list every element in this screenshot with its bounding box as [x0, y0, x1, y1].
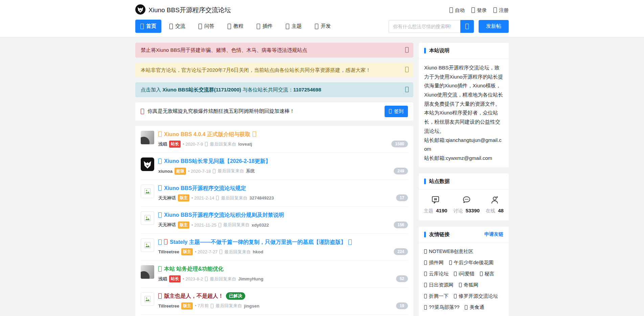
friend-link[interactable]: 折腾一下: [424, 293, 448, 299]
friend-link[interactable]: 云库论坛: [424, 271, 448, 277]
search-input[interactable]: [389, 20, 460, 33]
about-line: 本站为Xiuno程序爱好者，众位站长，粉丝朋友共同建设的公益性交流论坛。: [424, 108, 503, 135]
thread-title-link[interactable]: Stately 主题——不做千篇一律的复制，只做万里挑一的基底【谨防盗版】: [170, 238, 346, 246]
top-link-login[interactable]: 登录: [472, 7, 487, 14]
thread-type-icon: [158, 131, 162, 137]
thread-author[interactable]: 天无神话: [158, 195, 176, 201]
friend-links-card: 友情链接 申请友链 NOTEWEB创意社区插件网午后少年de後花園云库论坛i问爱…: [419, 227, 509, 316]
user-role-badge: 版主: [178, 194, 189, 202]
xiuno-logo-avatar[interactable]: [141, 157, 154, 171]
thread-avatar[interactable]: [141, 238, 154, 252]
close-icon[interactable]: [405, 47, 409, 54]
friend-link[interactable]: ??菜鸟部落??: [424, 304, 459, 311]
tutorial-icon: [228, 24, 231, 29]
online-icon: [486, 195, 504, 205]
nav-tab-theme[interactable]: 主题: [281, 20, 307, 33]
friend-link[interactable]: 日出资源网: [424, 282, 454, 288]
site-title: Xiuno BBS开源程序交流论坛: [148, 6, 231, 15]
signin-button[interactable]: 签到: [385, 106, 408, 117]
friend-link[interactable]: 秘言: [480, 271, 495, 277]
stat-value: 53390: [465, 208, 480, 213]
thread-title-link[interactable]: Xiuno BBS开源程序交流论坛积分规则及封禁说明: [164, 211, 284, 219]
nav-tab-dev[interactable]: 开发: [310, 20, 336, 33]
thread-title-link[interactable]: Xiuno BBS开源程序交流论坛规定: [164, 185, 246, 192]
thread-author[interactable]: 天无神话: [158, 222, 176, 228]
thread-title: Stately 主题——不做千篇一律的复制，只做万里挑一的基底【谨防盗版】: [158, 238, 352, 246]
thread-row[interactable]: Xiuno BBS站长常见问题【2026-2-18更新】xiunoa超版• 20…: [141, 153, 408, 180]
clock-icon: [218, 223, 221, 227]
search-button[interactable]: [460, 20, 474, 33]
alert-danger: 禁止将Xiuno BBS用于搭建诈骗、赌博、色情、木马、病毒等违法违规站点: [135, 43, 413, 58]
alert-info: 点击加入 Xiuno BBS站长交流群(1171/2000) 与各位站长共同交流…: [135, 82, 413, 97]
last-replier[interactable]: hkod: [253, 249, 263, 254]
theme-icon: [286, 24, 289, 29]
thread-author[interactable]: 浅唱: [158, 276, 167, 282]
nav-tab-tutorial[interactable]: 教程: [223, 20, 249, 33]
thread-meta: 天无神话版主• 2021-11-25最后回复来自xdy0322: [158, 222, 284, 229]
thread-avatar[interactable]: [141, 185, 154, 198]
about-line: Xiuno BBS开源程序交流论坛，致力于为使用Xiuno开源程序的站长提供海量…: [424, 63, 503, 108]
thread-avatar[interactable]: [141, 265, 154, 279]
nav-tab-home[interactable]: 首页: [135, 20, 161, 33]
thread-meta: xiunoa超版• 2020-7-18最后回复来自系统: [158, 168, 271, 175]
friend-link[interactable]: 修罗开源交流论坛: [454, 293, 498, 299]
plugin-icon: [257, 24, 260, 29]
thread-title-link[interactable]: Xiuno BBS 4.0.4 正式版介绍与获取: [164, 131, 250, 138]
reply-count-badge: 17: [396, 194, 408, 201]
thread-author[interactable]: Tillreetree: [158, 249, 179, 254]
thread-author[interactable]: xiunoa: [158, 169, 172, 174]
thread-title-link[interactable]: 本站 站务处理&功能优化: [164, 265, 224, 273]
friend-link[interactable]: 午后少年de後花園: [449, 259, 494, 266]
thread-row[interactable]: Stately 主题——不做千篇一律的复制，只做万里挑一的基底【谨防盗版】Til…: [141, 234, 408, 261]
friend-link[interactable]: 美食通: [465, 304, 484, 311]
last-replier[interactable]: 3274849223: [249, 195, 274, 201]
new-post-button[interactable]: 发新帖: [479, 20, 509, 33]
thread-avatar[interactable]: [141, 211, 154, 225]
nav-tab-exchange[interactable]: 交流: [164, 20, 190, 33]
attachment-icon: [348, 239, 352, 245]
thread-author[interactable]: 浅唱: [158, 141, 167, 147]
thread-row[interactable]: 解决abs_shortcode点击隐藏内容回复会打开高级回复窗口问题vasd• …: [141, 315, 408, 316]
thread-row[interactable]: Xiuno BBS开源程序交流论坛规定天无神话版主• 2021-2-14最后回复…: [141, 180, 408, 207]
friend-link[interactable]: NOTEWEB创意社区: [424, 248, 473, 255]
link-icon: [424, 260, 427, 265]
signin-message: 你真是无敌螺旋丸究极爆炸炫酷狂拽五彩阿姆斯特朗回旋加速棒！: [147, 108, 295, 114]
thread-row[interactable]: Xiuno BBS 4.0.4 正式版介绍与获取浅唱站长• 2020-7-9最后…: [141, 126, 408, 153]
thread-avatar[interactable]: [141, 131, 154, 144]
friend-link[interactable]: 奇狐网: [459, 282, 479, 288]
thread-type-icon: [158, 159, 162, 164]
last-replier[interactable]: JimmyHung: [238, 276, 263, 281]
top-link-auto[interactable]: 自动: [450, 7, 465, 14]
friend-link[interactable]: i问爱猫: [454, 271, 475, 277]
last-replier[interactable]: xdy0322: [252, 223, 269, 228]
friend-links-title: 友情链接: [429, 231, 450, 238]
auto-icon: [450, 7, 453, 13]
nav-tab-qa[interactable]: 问答: [193, 20, 220, 33]
thread-row[interactable]: 版主也是人，不是超人！已解决Tillreetree版主• 7月前最后回复来自ji…: [141, 288, 408, 315]
thread-row[interactable]: Xiuno BBS开源程序交流论坛积分规则及封禁说明天无神话版主• 2021-1…: [141, 207, 408, 234]
thread-title: Xiuno BBS开源程序交流论坛规定: [158, 185, 274, 192]
close-icon[interactable]: [405, 86, 409, 93]
about-title: 本站说明: [429, 47, 450, 54]
nav-tab-plugin[interactable]: 插件: [252, 20, 278, 33]
site-logo[interactable]: Xiuno BBS开源程序交流论坛: [135, 4, 231, 16]
user-role-badge: 版主: [181, 302, 193, 310]
thread-author[interactable]: Tillreetree: [158, 303, 179, 309]
thread-title-link[interactable]: Xiuno BBS站长常见问题【2026-2-18更新】: [164, 157, 271, 165]
clock-icon: [205, 142, 208, 146]
last-replier[interactable]: jingsen: [244, 303, 259, 309]
top-link-register[interactable]: 注册: [493, 7, 509, 14]
thread-row[interactable]: 本站 站务处理&功能优化浅唱站长• 2023-8-2最后回复来自JimmyHun…: [141, 260, 408, 288]
close-icon[interactable]: [405, 67, 409, 73]
exchange-icon: [169, 24, 173, 29]
link-icon: [424, 283, 427, 287]
thread-title-link[interactable]: 版主也是人，不是超人！: [164, 292, 224, 300]
discuss-icon: [454, 195, 480, 205]
friend-link[interactable]: 插件网: [424, 259, 444, 266]
last-replier[interactable]: 系统: [246, 168, 255, 174]
about-line: 站长邮箱:cywxmz@gmail.com: [424, 154, 503, 163]
thread-avatar[interactable]: [141, 292, 154, 306]
last-replier[interactable]: loveatj: [238, 142, 252, 147]
clock-icon: [213, 169, 215, 173]
apply-link-button[interactable]: 申请友链: [484, 231, 503, 237]
